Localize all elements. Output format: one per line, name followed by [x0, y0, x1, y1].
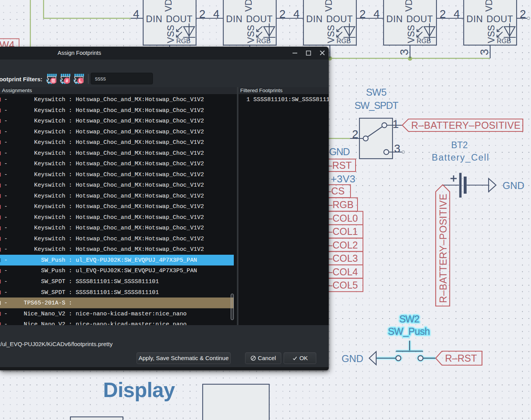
svg-text:3: 3	[478, 49, 491, 55]
svg-text:L: L	[79, 78, 82, 84]
svg-text:#: #	[66, 78, 68, 84]
svg-text:SW_SPDT: SW_SPDT	[354, 100, 398, 111]
svg-text:2: 2	[199, 8, 205, 20]
svg-text:GND: GND	[329, 146, 350, 157]
svg-text:2: 2	[352, 128, 358, 140]
svg-text:2: 2	[359, 8, 366, 20]
svg-text:3: 3	[398, 49, 410, 55]
svg-text:4: 4	[454, 8, 460, 20]
svg-text:3: 3	[394, 142, 400, 155]
svg-text:GND: GND	[342, 353, 363, 364]
svg-text:1: 1	[393, 118, 399, 130]
svg-text:R–BATTERY–POSITIVE: R–BATTERY–POSITIVE	[411, 120, 520, 131]
svg-text:SW_Push: SW_Push	[388, 326, 430, 337]
svg-text:+3V3: +3V3	[331, 173, 356, 185]
svg-text:Battery_Cell: Battery_Cell	[432, 152, 489, 163]
svg-text:SW5: SW5	[366, 87, 387, 98]
svg-text:2: 2	[279, 8, 286, 20]
svg-text:2: 2	[520, 8, 526, 20]
svg-text:Display: Display	[103, 378, 175, 401]
svg-text:4: 4	[133, 8, 139, 20]
svg-text:4: 4	[373, 8, 380, 20]
svg-text:2: 2	[440, 8, 446, 20]
svg-text:4: 4	[213, 8, 219, 20]
svg-text:R–RST: R–RST	[445, 353, 477, 364]
svg-text:SW2: SW2	[399, 313, 419, 324]
svg-text:4: 4	[293, 8, 300, 20]
svg-text:R–BATTERY–POSITIVE: R–BATTERY–POSITIVE	[438, 194, 449, 303]
svg-text:BT2: BT2	[451, 140, 468, 150]
svg-text:GND: GND	[503, 180, 524, 191]
